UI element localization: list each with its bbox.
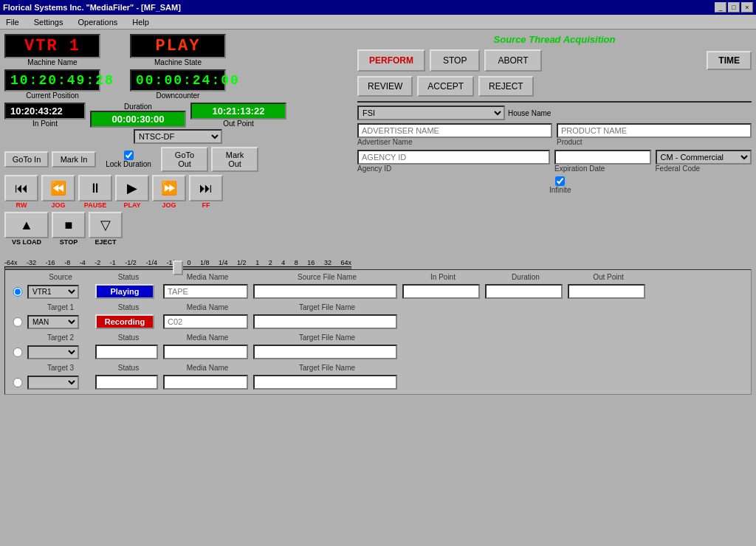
t3-status: Status (95, 364, 162, 372)
duration-label: Duration (124, 103, 152, 111)
federal-code-select[interactable]: CM - Commercial (656, 150, 752, 165)
accept-button[interactable]: ACCEPT (417, 76, 474, 97)
jog2-label: JOG (162, 201, 176, 209)
play-button[interactable]: ▶ (115, 175, 149, 201)
speed-slider-thumb[interactable] (173, 260, 183, 275)
jog1-button[interactable]: ⏪ (41, 175, 75, 201)
in-point-label: In Point (32, 120, 58, 128)
advertiser-name-input[interactable] (357, 123, 552, 138)
pause-button[interactable]: ⏸ (78, 175, 112, 201)
window-controls[interactable]: _ □ × (715, 2, 753, 13)
target1-status: Recording (95, 314, 154, 329)
left-panel: VTR 1 Machine Name PLAY Machine State 10… (4, 34, 351, 266)
menu-file[interactable]: File (3, 17, 22, 27)
col-out-point: Out Point (568, 273, 649, 281)
target1-media-name[interactable] (163, 314, 248, 329)
t1-empty (10, 303, 26, 311)
target3-select[interactable] (27, 376, 79, 390)
jog1-label: JOG (51, 201, 65, 209)
target1-data-row: MAN Recording FSI (8, 313, 748, 331)
t2-file: Target File Name (253, 334, 401, 342)
target3-status[interactable] (95, 375, 158, 390)
source-title: Source Thread Acquisition (357, 34, 752, 45)
target1-file-name[interactable]: FSI (253, 314, 397, 329)
source-in-point[interactable]: 10:20:43:22 (402, 284, 480, 299)
mark-out-button[interactable]: Mark Out (211, 147, 258, 172)
col-source: Source (27, 273, 94, 281)
advertiser-name-label: Advertiser Name (357, 138, 552, 146)
target2-data-row (8, 343, 748, 361)
source-file-name[interactable] (253, 284, 397, 299)
machine-state-display: PLAY (130, 34, 226, 58)
t1-file: Target File Name (253, 303, 401, 311)
expiration-date-input[interactable]: 12/31/9999 (554, 150, 651, 165)
t1-status: Status (95, 303, 162, 311)
target3-radio[interactable] (10, 378, 26, 387)
target2-file-name[interactable] (253, 345, 397, 359)
t2-label: Target 2 (27, 334, 94, 342)
agency-id-label: Agency ID (357, 165, 550, 173)
source-media-name[interactable] (163, 284, 248, 299)
infinite-checkbox[interactable] (555, 176, 565, 186)
machine-name-label: Machine Name (27, 58, 77, 66)
bottom-section: Source Status Media Name Source File Nam… (4, 269, 752, 395)
vs-load-label: VS LOAD (12, 238, 41, 246)
menu-help[interactable]: Help (129, 17, 152, 27)
duration-display[interactable]: 00:00:30:00 (90, 111, 186, 128)
target2-radio[interactable] (10, 348, 26, 357)
product-name-input[interactable] (557, 123, 752, 138)
t2-status: Status (95, 334, 162, 342)
out-point-display[interactable]: 10:21:13:22 (190, 103, 286, 120)
target2-media-name[interactable] (163, 345, 248, 359)
house-name-select[interactable]: FSI (357, 106, 505, 120)
goto-in-button[interactable]: GoTo In (4, 151, 49, 167)
vs-load-button[interactable]: ▲ (4, 212, 49, 238)
jog2-button[interactable]: ⏩ (152, 175, 186, 201)
maximize-button[interactable]: □ (728, 2, 740, 13)
target2-status[interactable] (95, 345, 158, 359)
menu-operations[interactable]: Operations (75, 17, 120, 27)
close-button[interactable]: × (741, 2, 753, 13)
abort-button[interactable]: ABORT (484, 49, 541, 72)
pause-label: PAUSE (84, 201, 106, 209)
stop-label: STOP (60, 238, 78, 246)
target1-select[interactable]: MAN (27, 315, 79, 329)
minimize-button[interactable]: _ (715, 2, 726, 13)
eject-button[interactable]: ▽ (89, 212, 123, 238)
stop-button[interactable]: ■ (52, 212, 86, 238)
rw-button[interactable]: ⏮ (4, 175, 38, 201)
perform-button[interactable]: PERFORM (357, 49, 425, 72)
review-buttons-row: REVIEW ACCEPT REJECT (357, 76, 752, 97)
col-status: Status (95, 273, 162, 281)
title-bar: Florical Systems Inc. "MediaFiler" - [MF… (0, 0, 756, 15)
agency-id-input[interactable] (357, 150, 550, 165)
source-out-point[interactable]: 10:21:13:22 (568, 284, 645, 299)
source-select[interactable]: VTR1 (27, 285, 79, 299)
target3-file-name[interactable] (253, 375, 397, 390)
target1-radio[interactable] (10, 317, 26, 327)
rw-label: RW (16, 201, 27, 209)
in-point-display[interactable]: 10:20:43:22 (4, 103, 86, 120)
source-duration[interactable]: 00:00:30:00 (485, 284, 563, 299)
reject-button[interactable]: REJECT (478, 76, 534, 97)
menu-settings[interactable]: Settings (31, 17, 66, 27)
target2-select[interactable] (27, 345, 79, 359)
source-radio[interactable] (10, 287, 26, 297)
target3-media-name[interactable] (163, 375, 248, 390)
current-position-label: Current Position (26, 91, 79, 100)
format-select[interactable]: NTSC-DF (134, 129, 222, 144)
t3-label: Target 3 (27, 364, 94, 372)
lock-duration-checkbox[interactable] (124, 151, 134, 160)
house-name-label: House Name (508, 109, 551, 117)
goto-out-button[interactable]: GoTo Out (161, 147, 208, 172)
expiration-date-label: Expiration Date (554, 165, 651, 173)
time-button[interactable]: TIME (707, 51, 752, 70)
ff-button[interactable]: ⏭ (189, 175, 223, 201)
stop-acq-button[interactable]: STOP (430, 49, 480, 72)
review-button[interactable]: REVIEW (357, 76, 413, 97)
menu-bar: File Settings Operations Help (0, 15, 756, 30)
source-data-row: VTR1 Playing 10:20:43:22 00:00:30:00 10:… (8, 283, 748, 300)
advertiser-product-row: Advertiser Name Product (357, 123, 752, 147)
mark-in-button[interactable]: Mark In (52, 151, 96, 167)
machine-name-display: VTR 1 (4, 34, 100, 58)
